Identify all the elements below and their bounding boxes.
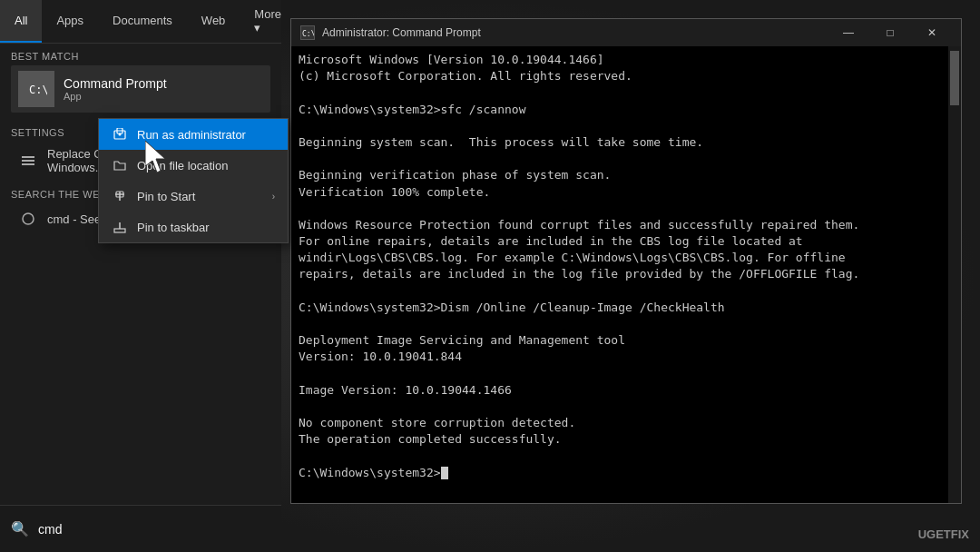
svg-rect-13 [114,229,125,232]
context-menu: Run as administrator Open file location … [98,118,289,243]
open-file-label: Open file location [137,159,228,172]
search-bar: 🔍 cmd [0,505,281,552]
pin-start-label: Pin to Start [137,190,195,203]
app-info: Command Prompt App [64,76,167,102]
svg-point-9 [119,133,122,136]
tab-more[interactable]: More ▾ [240,0,296,43]
app-type: App [64,91,167,102]
tab-all[interactable]: All [0,0,42,43]
cmd-close-btn[interactable]: ✕ [912,19,952,46]
tab-web[interactable]: Web [187,0,240,43]
cmd-maximize-btn[interactable]: □ [870,19,910,46]
context-menu-open-file[interactable]: Open file location [99,150,288,181]
cmd-titlebar-icon: C:\ [300,25,315,40]
cmd-window: C:\ Administrator: Command Prompt — □ ✕ … [290,18,962,504]
cmd-text: Microsoft Windows [Version 10.0.19044.14… [299,52,954,481]
pin-taskbar-icon [112,219,128,235]
pin-start-arrow: › [272,192,275,202]
context-menu-pin-start[interactable]: Pin to Start › [99,181,288,212]
command-prompt-icon: C:\ [18,71,54,107]
cmd-controls: — □ ✕ [828,19,952,46]
app-name: Command Prompt [64,76,167,91]
run-admin-icon [112,126,128,143]
tab-documents[interactable]: Documents [98,0,187,43]
cmd-scrollbar-thumb[interactable] [950,51,959,105]
pin-taskbar-label: Pin to taskbar [137,221,210,234]
search-bar-input[interactable]: cmd [38,522,270,537]
settings-icon [18,151,38,171]
tab-apps[interactable]: Apps [42,0,98,43]
open-file-icon [112,157,128,173]
svg-point-6 [23,213,34,224]
best-match-section: Best match C:\ Command Prompt App [0,44,281,116]
context-menu-run-admin[interactable]: Run as administrator [99,119,288,150]
svg-text:C:\: C:\ [29,84,47,96]
start-menu: All Apps Documents Web More ▾ Best match… [0,0,281,504]
best-match-label: Best match [11,51,270,62]
run-admin-label: Run as administrator [137,128,246,142]
cmd-minimize-btn[interactable]: — [828,19,868,46]
context-menu-pin-taskbar[interactable]: Pin to taskbar [99,212,288,242]
svg-rect-4 [22,160,34,162]
cmd-title: Administrator: Command Prompt [322,26,828,39]
search-web-icon [18,209,38,229]
cmd-scrollbar[interactable] [948,46,961,503]
svg-text:C:\: C:\ [302,30,314,38]
cmd-content: Microsoft Windows [Version 10.0.19044.14… [291,46,961,503]
svg-rect-5 [22,163,34,165]
pin-start-icon [112,188,128,204]
cmd-titlebar: C:\ Administrator: Command Prompt — □ ✕ [291,19,961,46]
search-bar-icon: 🔍 [11,520,29,537]
watermark: UGETFIX [918,527,969,541]
svg-rect-3 [22,156,34,158]
cmd-cursor [441,467,448,479]
tab-bar: All Apps Documents Web More ▾ [0,0,281,44]
command-prompt-app-item[interactable]: C:\ Command Prompt App [11,65,270,113]
